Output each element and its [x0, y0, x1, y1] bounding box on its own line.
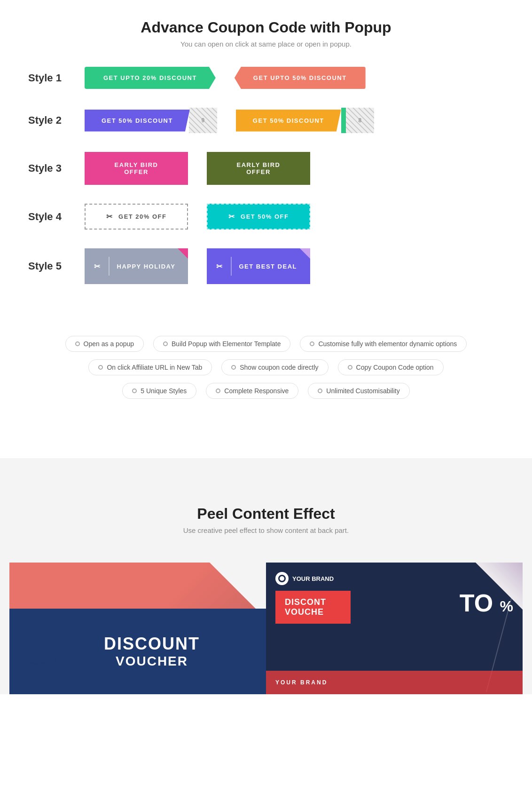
peel-header: Peel Content Effect Use creative peel ef…	[9, 486, 523, 544]
style2-purple-wrap: GET 50% DISCOUNT 9	[85, 108, 217, 133]
feature-dynamic-label: Customise fully with elementor dynamic o…	[318, 340, 457, 348]
coupon-title: Advance Coupon Code with Popup	[9, 19, 523, 36]
style2-orange-tail: 8	[346, 108, 374, 133]
peel-left-text: DISCOUNT VOUCHER	[104, 634, 200, 669]
feature-affiliate-label: On click Affiliate URL in New Tab	[107, 364, 202, 371]
section-divider	[0, 430, 532, 458]
features-row-2: On click Affiliate URL in New Tab Show c…	[19, 359, 513, 375]
feature-customisability: Unlimited Customisability	[308, 383, 409, 399]
feature-dot-9	[318, 389, 322, 393]
style2-orange-button[interactable]: GET 50% DISCOUNT	[236, 110, 341, 132]
peel-right-red-box: DISCONT VOUCHE	[275, 591, 351, 624]
style-row-4: Style 4 ✂ GET 20% OFF ✂ GET 50% OFF	[28, 204, 504, 230]
style5-purple-button[interactable]: ✂ GET BEST DEAL	[207, 248, 310, 284]
feature-dynamic: Customise fully with elementor dynamic o…	[300, 336, 467, 352]
feature-show-coupon-label: Show coupon code directly	[240, 364, 318, 371]
style2-orange-wrap: GET 50% DISCOUNT 8	[236, 108, 374, 133]
style-row-1: Style 1 GET UPTO 20% DISCOUNT GET UPTO 5…	[28, 67, 504, 89]
peel-percent: 90%	[27, 655, 48, 667]
style4-outline-label: GET 20% OFF	[118, 213, 166, 220]
style-row-5: Style 5 ✂ HAPPY HOLIDAY ✂ GET BEST DEAL	[28, 248, 504, 284]
style3-pink-button[interactable]: EARLY BIRD OFFER	[85, 152, 188, 185]
style-4-buttons: ✂ GET 20% OFF ✂ GET 50% OFF	[85, 204, 504, 230]
style-1-label: Style 1	[28, 72, 85, 84]
peel-red-line1: DISCONT	[285, 597, 341, 607]
peel-image-right: YOUR BRAND DISCONT VOUCHE TO % YOUR BRAN…	[266, 563, 523, 694]
features-row-3: 5 Unique Styles Complete Responsive Unli…	[19, 383, 513, 399]
peel-section: Peel Content Effect Use creative peel ef…	[0, 458, 532, 694]
features-section: Open as a popup Build Popup with Element…	[0, 322, 532, 430]
peel-title: Peel Content Effect	[19, 505, 513, 523]
styles-grid: Style 1 GET UPTO 20% DISCOUNT GET UPTO 5…	[0, 57, 532, 322]
style-2-label: Style 2	[28, 114, 85, 127]
brand-text: YOUR BRAND	[292, 575, 334, 582]
peel-right-big-text: TO %	[460, 591, 513, 615]
style2-teal-accent	[341, 108, 346, 133]
style-row-3: Style 3 EARLY BIRD OFFER EARLY BIRD OFFE…	[28, 152, 504, 185]
peel-discount-text: DISCOUNT	[104, 634, 200, 654]
peel-image-left: 90% DISCOUNT VOUCHER	[9, 563, 266, 694]
feature-elementor-template-label: Build Popup with Elementor Template	[172, 340, 281, 348]
peel-left-content: 90% DISCOUNT VOUCHER	[9, 609, 266, 694]
feature-popup: Open as a popup	[65, 336, 144, 352]
style-1-buttons: GET UPTO 20% DISCOUNT GET UPTO 50% DISCO…	[85, 67, 504, 89]
peel-images: 90% DISCOUNT VOUCHER YOUR BRAND DISCONT	[9, 563, 523, 694]
feature-copy-coupon-label: Copy Coupon Code option	[356, 364, 434, 371]
style4-teal-label: GET 50% OFF	[241, 213, 289, 220]
style4-outline-button[interactable]: ✂ GET 20% OFF	[85, 204, 188, 230]
style4-teal-button[interactable]: ✂ GET 50% OFF	[207, 204, 310, 230]
feature-dot-8	[216, 389, 220, 393]
feature-show-coupon: Show coupon code directly	[221, 359, 328, 375]
style5-gray-label: HAPPY HOLIDAY	[117, 263, 176, 270]
peel-bottom-brand: YOUR BRAND	[275, 679, 328, 686]
style2-purple-button[interactable]: GET 50% DISCOUNT	[85, 110, 190, 132]
feature-dot-6	[348, 365, 352, 370]
peel-right-bottom-bar: YOUR BRAND	[266, 671, 523, 694]
scissors-icon-4: ✂	[216, 262, 223, 271]
style-5-buttons: ✂ HAPPY HOLIDAY ✂ GET BEST DEAL	[85, 248, 504, 284]
feature-unique-styles: 5 Unique Styles	[122, 383, 196, 399]
feature-dot-3	[310, 341, 314, 346]
feature-affiliate: On click Affiliate URL in New Tab	[88, 359, 212, 375]
peel-big-to: TO	[460, 589, 493, 617]
style3-olive-button[interactable]: EARLY BIRD OFFER	[207, 152, 310, 185]
logo-inner	[278, 575, 286, 582]
style5-purple-label: GET BEST DEAL	[239, 263, 297, 270]
style-3-label: Style 3	[28, 162, 85, 174]
peel-subtitle: Use creative peel effect to show content…	[19, 526, 513, 534]
coupon-subtitle: You can open on click at same place or o…	[9, 40, 523, 48]
logo-circle	[275, 572, 289, 585]
feature-dot-5	[231, 365, 236, 370]
style-2-buttons: GET 50% DISCOUNT 9 GET 50% DISCOUNT 8	[85, 108, 504, 133]
feature-responsive: Complete Responsive	[206, 383, 298, 399]
peel-right-logo: YOUR BRAND	[275, 572, 334, 585]
peel-red-line2: VOUCHE	[285, 607, 341, 617]
coupon-header: Advance Coupon Code with Popup You can o…	[0, 0, 532, 57]
peel-voucher-text: VOUCHER	[104, 654, 200, 669]
features-row-1: Open as a popup Build Popup with Element…	[19, 336, 513, 352]
scissors-icon-2: ✂	[228, 212, 235, 221]
feature-copy-coupon: Copy Coupon Code option	[338, 359, 444, 375]
style1-green-button[interactable]: GET UPTO 20% DISCOUNT	[85, 67, 216, 89]
style5-purple-divider	[231, 257, 232, 276]
scissors-icon-3: ✂	[94, 262, 101, 271]
feature-dot-4	[98, 365, 103, 370]
style2-purple-tail: 9	[189, 108, 217, 133]
style-4-label: Style 4	[28, 211, 85, 223]
feature-dot-2	[163, 341, 168, 346]
style-5-label: Style 5	[28, 260, 85, 272]
style-3-buttons: EARLY BIRD OFFER EARLY BIRD OFFER	[85, 152, 504, 185]
style1-red-button[interactable]: GET UPTO 50% DISCOUNT	[235, 67, 366, 89]
feature-unique-styles-label: 5 Unique Styles	[141, 387, 187, 395]
style5-gray-button[interactable]: ✂ HAPPY HOLIDAY	[85, 248, 188, 284]
style-row-2: Style 2 GET 50% DISCOUNT 9 GET 50% DISCO…	[28, 108, 504, 133]
feature-popup-label: Open as a popup	[84, 340, 134, 348]
style5-gray-divider	[109, 257, 110, 276]
feature-responsive-label: Complete Responsive	[224, 387, 289, 395]
peel-right-percent: %	[500, 598, 513, 615]
coupon-section: Advance Coupon Code with Popup You can o…	[0, 0, 532, 430]
peel-left-badge: 90%	[19, 642, 56, 680]
feature-dot-1	[75, 341, 80, 346]
scissors-icon-1: ✂	[106, 212, 113, 221]
feature-customisability-label: Unlimited Customisability	[326, 387, 399, 395]
